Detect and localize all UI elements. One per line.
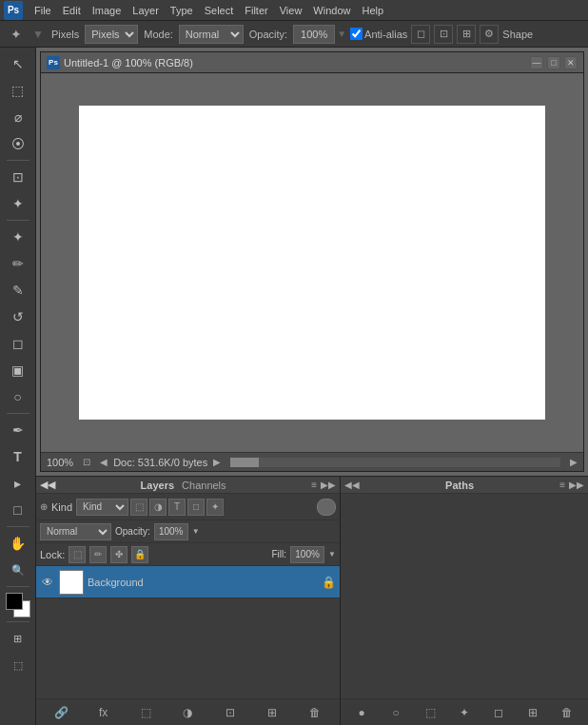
status-doc-info: Doc: 531.6K/0 bytes <box>113 457 207 468</box>
panels-area: ◀◀ Layers Channels ≡ ▶▶ ⊕ Kind <box>36 476 588 725</box>
add-mask-path-btn[interactable]: ◻ <box>489 703 508 722</box>
spot-healing-tool[interactable]: ✦ <box>6 225 30 249</box>
mode-dropdown[interactable]: Normal <box>179 25 244 44</box>
options-icon-3[interactable]: ⊞ <box>457 25 476 44</box>
filter-kind-dropdown[interactable]: Kind <box>76 499 128 516</box>
ps-logo: Ps <box>4 1 23 20</box>
path-to-selection-btn[interactable]: ⬚ <box>421 703 440 722</box>
clone-stamp-tool[interactable]: ✎ <box>6 278 30 303</box>
move-tool[interactable]: ↖ <box>6 51 30 76</box>
menu-image[interactable]: Image <box>87 3 127 18</box>
menu-edit[interactable]: Edit <box>57 3 87 18</box>
eyedropper-tool[interactable]: ✦ <box>6 191 30 216</box>
brush-tool[interactable]: ✏ <box>6 251 30 276</box>
history-brush-tool[interactable]: ↺ <box>6 304 30 329</box>
menu-layer[interactable]: Layer <box>127 3 165 18</box>
doc-ps-badge: Ps <box>47 56 60 69</box>
options-icon-2[interactable]: ⊡ <box>434 25 453 44</box>
tool-separator-1 <box>7 160 29 161</box>
close-button[interactable]: ✕ <box>564 56 578 69</box>
marquee-tool[interactable]: ⬚ <box>6 78 30 103</box>
eraser-tool[interactable]: ◻ <box>6 331 30 356</box>
adjustment-btn[interactable]: ◑ <box>178 703 197 722</box>
layer-name: Background <box>88 577 318 588</box>
lock-image-btn[interactable]: ✏ <box>89 546 107 563</box>
new-group-btn[interactable]: ⊡ <box>221 703 240 722</box>
menu-filter[interactable]: Filter <box>239 3 273 18</box>
status-right-arrow[interactable]: ▶ <box>213 457 221 467</box>
opacity-value-input[interactable] <box>154 523 188 540</box>
paths-panel-menu-icon[interactable]: ≡ <box>559 480 565 490</box>
layer-visibility-toggle[interactable]: 👁 <box>40 575 55 590</box>
doc-title-bar: Ps Untitled-1 @ 100% (RGB/8) — □ ✕ <box>41 52 583 73</box>
gradient-tool[interactable]: ▣ <box>6 358 30 382</box>
horizontal-scrollbar[interactable] <box>230 458 560 467</box>
delete-layer-btn[interactable]: 🗑 <box>305 703 324 722</box>
hand-tool[interactable]: ✋ <box>6 531 30 556</box>
pen-tool[interactable]: ✒ <box>6 418 30 442</box>
foreground-color-swatch[interactable] <box>6 593 23 610</box>
new-path-btn[interactable]: ⊞ <box>523 703 542 722</box>
status-left-arrow[interactable]: ◀ <box>100 457 108 467</box>
status-info-icon: ⊡ <box>79 455 94 470</box>
filter-shape-btn[interactable]: □ <box>187 499 205 516</box>
quick-mask-icon[interactable]: ⊞ <box>6 626 30 651</box>
dodge-tool[interactable]: ○ <box>6 384 30 409</box>
stroke-path-btn[interactable]: ○ <box>386 703 405 722</box>
filter-pixel-btn[interactable]: ⬚ <box>130 499 147 516</box>
menu-file[interactable]: File <box>29 3 57 18</box>
filter-type-btn[interactable]: T <box>168 499 186 516</box>
menu-view[interactable]: View <box>274 3 308 18</box>
panel-menu-icon[interactable]: ≡ <box>311 480 317 490</box>
channels-tab[interactable]: Channels <box>182 480 225 491</box>
link-layers-btn[interactable]: 🔗 <box>51 703 70 722</box>
options-icon-1[interactable]: ◻ <box>411 25 430 44</box>
lock-all-btn[interactable]: 🔒 <box>131 546 148 563</box>
panel-expand-left[interactable]: ◀◀ <box>40 479 55 491</box>
new-layer-btn[interactable]: ⊞ <box>263 703 282 722</box>
maximize-button[interactable]: □ <box>547 56 560 69</box>
layer-item-background[interactable]: 👁 Background 🔒 <box>36 566 340 598</box>
paths-panel-expand-right[interactable]: ▶▶ <box>569 480 584 490</box>
menu-type[interactable]: Type <box>165 3 199 18</box>
anti-alias-label[interactable]: Anti-alias <box>350 28 407 40</box>
path-selection-tool[interactable]: ▸ <box>6 471 30 496</box>
minimize-button[interactable]: — <box>530 56 543 69</box>
color-swatches[interactable] <box>6 593 30 617</box>
options-icon-4[interactable]: ⚙ <box>480 25 499 44</box>
fill-value-input[interactable] <box>290 546 324 563</box>
screen-mode-icon[interactable]: ⬚ <box>6 653 30 677</box>
doc-title-left: Ps Untitled-1 @ 100% (RGB/8) <box>47 56 193 69</box>
menu-window[interactable]: Window <box>307 3 356 18</box>
lock-transparent-btn[interactable]: ⬚ <box>69 546 86 563</box>
fx-btn[interactable]: fx <box>94 703 113 722</box>
lasso-tool[interactable]: ⌀ <box>6 105 30 129</box>
filter-toggle[interactable] <box>317 499 336 516</box>
zoom-tool[interactable]: 🔍 <box>6 558 30 582</box>
filter-smart-btn[interactable]: ✦ <box>206 499 224 516</box>
crop-tool[interactable]: ⊡ <box>6 165 30 189</box>
paths-panel-expand-left[interactable]: ◀◀ <box>344 480 360 490</box>
fill-dropdown-arrow[interactable]: ▼ <box>328 550 336 558</box>
scroll-right[interactable]: ▶ <box>570 457 578 467</box>
tool-separator-4 <box>7 526 29 527</box>
zoom-level: 100% <box>47 457 73 468</box>
selection-to-path-btn[interactable]: ✦ <box>455 703 474 722</box>
filter-adjust-btn[interactable]: ◑ <box>149 499 167 516</box>
lock-position-btn[interactable]: ✤ <box>110 546 127 563</box>
blend-mode-dropdown[interactable]: Normal <box>40 523 111 540</box>
type-tool[interactable]: T <box>6 444 30 469</box>
shape-tool[interactable]: □ <box>6 498 30 522</box>
panel-expand-right[interactable]: ▶▶ <box>321 480 336 490</box>
pixels-dropdown[interactable]: Pixels <box>85 25 138 44</box>
anti-alias-checkbox[interactable] <box>350 28 363 40</box>
add-mask-btn[interactable]: ⬚ <box>136 703 155 722</box>
opacity-input[interactable] <box>293 25 335 44</box>
menu-help[interactable]: Help <box>356 3 389 18</box>
doc-title-text: Untitled-1 @ 100% (RGB/8) <box>64 57 193 69</box>
menu-select[interactable]: Select <box>199 3 240 18</box>
delete-path-btn[interactable]: 🗑 <box>558 703 577 722</box>
opacity-dropdown-arrow[interactable]: ▼ <box>192 527 200 536</box>
fill-path-btn[interactable]: ● <box>352 703 371 722</box>
quick-select-tool[interactable]: ⦿ <box>6 131 30 156</box>
